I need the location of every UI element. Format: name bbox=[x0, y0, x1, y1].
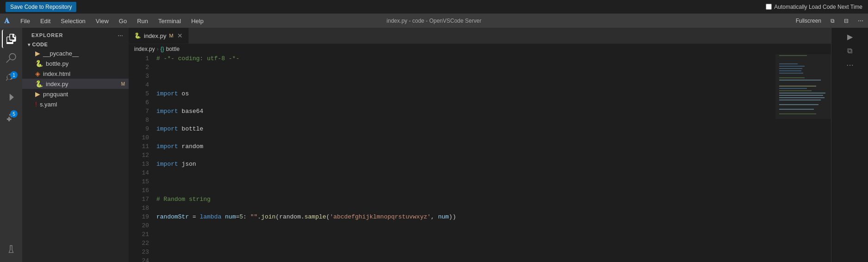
files-icon[interactable] bbox=[2, 30, 20, 48]
menu-terminal[interactable]: Terminal bbox=[154, 16, 186, 26]
split-panel-button[interactable]: ⧉ bbox=[845, 45, 854, 57]
sidebar-item-syaml[interactable]: ! s.yaml bbox=[22, 99, 129, 109]
sidebar-item-indexhtml[interactable]: ◈ index.html bbox=[22, 69, 129, 79]
main-layout: 1 5 Explorer ··· ▾ CODE ▶ __pyc bbox=[0, 28, 868, 262]
sidebar-item-pycache[interactable]: ▶ __pycache__ bbox=[22, 48, 129, 58]
yaml-file-icon: ! bbox=[35, 100, 37, 108]
extensions-icon[interactable]: 5 bbox=[2, 107, 20, 126]
sidebar-item-pngquant[interactable]: ▶ pngquant bbox=[22, 89, 129, 99]
tab-filename: index.py bbox=[144, 32, 166, 39]
item-label: s.yaml bbox=[40, 101, 57, 108]
menu-view[interactable]: View bbox=[91, 16, 113, 26]
menu-edit[interactable]: Edit bbox=[36, 16, 55, 26]
item-label: pngquant bbox=[43, 91, 68, 98]
breadcrumb-bar: index.py › {} bottle bbox=[129, 44, 831, 54]
fullscreen-button[interactable]: Fullscreen bbox=[793, 17, 824, 25]
menu-bar: 𝐀 File Edit Selection View Go Run Termin… bbox=[0, 14, 868, 28]
auto-load-text: Automatically Load Code Next Time bbox=[774, 4, 862, 10]
modified-indicator: M bbox=[121, 81, 125, 87]
breadcrumb-symbol[interactable]: bottle bbox=[166, 46, 180, 52]
top-bar: Save Code to Repository Automatically Lo… bbox=[0, 0, 868, 14]
sidebar-item-bottle[interactable]: 🐍 bottle.py bbox=[22, 58, 129, 69]
activity-bottom bbox=[2, 240, 20, 258]
explorer-title: Explorer bbox=[31, 32, 63, 38]
sidebar-tree: ▾ CODE ▶ __pycache__ 🐍 bottle.py ◈ index… bbox=[22, 41, 129, 262]
minimap bbox=[775, 54, 831, 262]
window-title: index.py - code - OpenVSCode Server bbox=[387, 18, 482, 24]
extensions-badge: 5 bbox=[10, 110, 18, 118]
app-logo: 𝐀 bbox=[2, 16, 12, 26]
folder-icon: ▶ bbox=[35, 90, 40, 98]
activity-bar: 1 5 bbox=[0, 28, 22, 262]
breadcrumb-file[interactable]: index.py bbox=[134, 46, 155, 52]
right-panel: ▶ ⧉ ⋯ bbox=[831, 28, 868, 262]
menu-file[interactable]: File bbox=[16, 16, 35, 26]
code-content[interactable]: # -*- coding: utf-8 -*- import os import… bbox=[153, 54, 775, 262]
item-label: bottle.py bbox=[46, 60, 68, 67]
run-panel-button[interactable]: ▶ bbox=[845, 31, 855, 43]
tab-indexpy[interactable]: 🐍 index.py M ✕ bbox=[129, 28, 189, 44]
run-debug-icon[interactable] bbox=[2, 88, 20, 106]
editor-area: 🐍 index.py M ✕ index.py › {} bottle 1234… bbox=[129, 28, 831, 262]
item-label: __pycache__ bbox=[43, 50, 79, 57]
chevron-down-icon: ▾ bbox=[28, 42, 31, 47]
tab-close-button[interactable]: ✕ bbox=[177, 32, 183, 39]
source-control-badge: 1 bbox=[10, 71, 18, 79]
split-editor-button[interactable]: ⧉ bbox=[828, 17, 837, 25]
auto-load-checkbox[interactable] bbox=[766, 4, 772, 10]
folder-icon: ▶ bbox=[35, 50, 40, 57]
item-label: index.html bbox=[43, 70, 70, 77]
py-file-icon: 🐍 bbox=[35, 60, 43, 67]
html-file-icon: ◈ bbox=[35, 70, 40, 77]
line-numbers: 12345 678910 1112131415 1617181920 21222… bbox=[129, 54, 153, 262]
code-editor: 12345 678910 1112131415 1617181920 21222… bbox=[129, 54, 831, 262]
svg-rect-19 bbox=[775, 54, 831, 119]
test-icon[interactable] bbox=[2, 240, 20, 258]
more-panel-button[interactable]: ⋯ bbox=[844, 59, 856, 71]
menu-right: Fullscreen ⧉ ⊟ ⋯ bbox=[793, 17, 866, 25]
py-file-icon: 🐍 bbox=[35, 80, 43, 87]
sidebar-more-button[interactable]: ··· bbox=[118, 31, 123, 39]
auto-load-label: Automatically Load Code Next Time bbox=[766, 4, 862, 10]
menu-run[interactable]: Run bbox=[132, 16, 153, 26]
code-section-header[interactable]: ▾ CODE bbox=[22, 41, 129, 48]
search-icon[interactable] bbox=[2, 49, 20, 68]
layout-button[interactable]: ⊟ bbox=[841, 17, 851, 25]
item-label: index.py bbox=[46, 81, 68, 87]
tab-bar: 🐍 index.py M ✕ bbox=[129, 28, 831, 44]
sidebar-item-indexpy[interactable]: 🐍 index.py M bbox=[22, 79, 129, 89]
menu-selection[interactable]: Selection bbox=[56, 16, 90, 26]
sidebar-header: Explorer ··· bbox=[22, 28, 129, 41]
breadcrumb-separator: › bbox=[157, 46, 159, 52]
source-control-icon[interactable]: 1 bbox=[2, 69, 20, 87]
sidebar: Explorer ··· ▾ CODE ▶ __pycache__ 🐍 bott… bbox=[22, 28, 129, 262]
breadcrumb-symbol-icon: {} bbox=[161, 46, 164, 52]
save-code-button[interactable]: Save Code to Repository bbox=[6, 2, 76, 12]
more-layout-button[interactable]: ⋯ bbox=[855, 17, 866, 25]
tab-modified: M bbox=[169, 33, 173, 38]
tab-file-icon: 🐍 bbox=[134, 32, 141, 39]
menu-go[interactable]: Go bbox=[114, 16, 131, 26]
menu-help[interactable]: Help bbox=[186, 16, 208, 26]
section-label: CODE bbox=[32, 42, 48, 47]
